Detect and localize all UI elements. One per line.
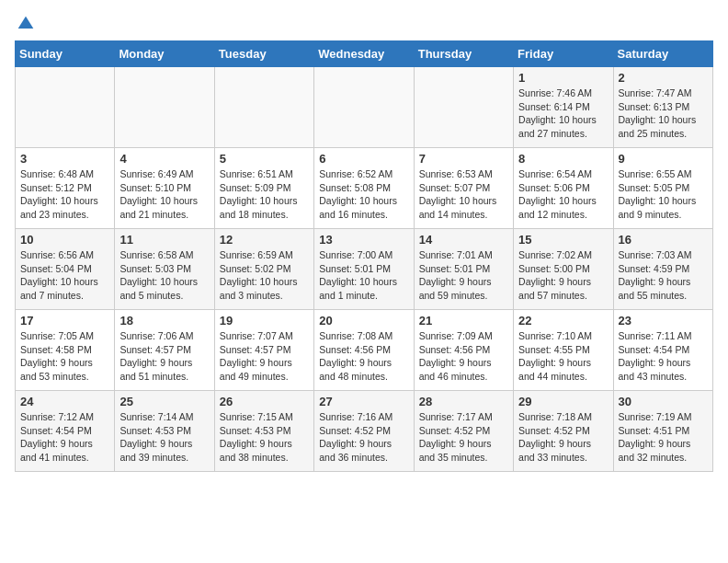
cell-info: Sunrise: 6:58 AMSunset: 5:03 PMDaylight:… xyxy=(119,248,209,303)
day-number: 6 xyxy=(319,152,408,166)
day-number: 5 xyxy=(220,152,309,166)
day-number: 15 xyxy=(518,233,608,247)
calendar-table: SundayMondayTuesdayWednesdayThursdayFrid… xyxy=(15,40,713,472)
cell-info: Sunrise: 7:08 AMSunset: 4:56 PMDaylight:… xyxy=(319,329,408,384)
cell-info: Sunrise: 7:02 AMSunset: 5:00 PMDaylight:… xyxy=(518,248,608,303)
day-number: 27 xyxy=(319,395,408,408)
cell-info: Sunrise: 7:07 AMSunset: 4:57 PMDaylight:… xyxy=(220,329,309,384)
calendar-cell: 29Sunrise: 7:18 AMSunset: 4:52 PMDayligh… xyxy=(514,391,613,472)
weekday-header-sunday: Sunday xyxy=(16,41,115,67)
cell-info: Sunrise: 6:55 AMSunset: 5:05 PMDaylight:… xyxy=(619,167,708,222)
page-header xyxy=(15,15,713,33)
calendar-cell: 13Sunrise: 7:00 AMSunset: 5:01 PMDayligh… xyxy=(314,229,414,310)
cell-info: Sunrise: 7:16 AMSunset: 4:52 PMDaylight:… xyxy=(319,410,408,465)
cell-info: Sunrise: 7:14 AMSunset: 4:53 PMDaylight:… xyxy=(119,410,209,465)
cell-info: Sunrise: 7:12 AMSunset: 4:54 PMDaylight:… xyxy=(20,410,109,465)
cell-info: Sunrise: 7:19 AMSunset: 4:51 PMDaylight:… xyxy=(619,410,708,465)
calendar-cell: 18Sunrise: 7:06 AMSunset: 4:57 PMDayligh… xyxy=(115,310,214,391)
calendar-cell: 10Sunrise: 6:56 AMSunset: 5:04 PMDayligh… xyxy=(16,229,115,310)
cell-info: Sunrise: 6:51 AMSunset: 5:09 PMDaylight:… xyxy=(220,167,309,222)
day-number: 7 xyxy=(419,152,508,166)
weekday-header-monday: Monday xyxy=(115,41,214,67)
cell-info: Sunrise: 7:11 AMSunset: 4:54 PMDaylight:… xyxy=(619,329,708,384)
calendar-cell: 19Sunrise: 7:07 AMSunset: 4:57 PMDayligh… xyxy=(214,310,313,391)
calendar-cell: 15Sunrise: 7:02 AMSunset: 5:00 PMDayligh… xyxy=(514,229,613,310)
logo-icon xyxy=(17,15,35,33)
cell-info: Sunrise: 7:47 AMSunset: 6:13 PMDaylight:… xyxy=(619,86,708,141)
calendar-cell: 3Sunrise: 6:48 AMSunset: 5:12 PMDaylight… xyxy=(16,148,115,229)
calendar-body: 1Sunrise: 7:46 AMSunset: 6:14 PMDaylight… xyxy=(16,67,713,472)
calendar-cell: 5Sunrise: 6:51 AMSunset: 5:09 PMDaylight… xyxy=(214,148,313,229)
cell-info: Sunrise: 7:00 AMSunset: 5:01 PMDaylight:… xyxy=(319,248,408,303)
day-number: 12 xyxy=(220,233,309,247)
cell-info: Sunrise: 6:49 AMSunset: 5:10 PMDaylight:… xyxy=(119,167,209,222)
calendar-cell: 28Sunrise: 7:17 AMSunset: 4:52 PMDayligh… xyxy=(414,391,513,472)
cell-info: Sunrise: 6:52 AMSunset: 5:08 PMDaylight:… xyxy=(319,167,408,222)
cell-info: Sunrise: 7:10 AMSunset: 4:55 PMDaylight:… xyxy=(518,329,608,384)
calendar-cell: 4Sunrise: 6:49 AMSunset: 5:10 PMDaylight… xyxy=(115,148,214,229)
day-number: 26 xyxy=(220,395,309,408)
day-number: 24 xyxy=(20,395,109,408)
day-number: 9 xyxy=(619,152,708,166)
cell-info: Sunrise: 6:59 AMSunset: 5:02 PMDaylight:… xyxy=(220,248,309,303)
calendar-cell xyxy=(16,67,115,148)
calendar-cell: 9Sunrise: 6:55 AMSunset: 5:05 PMDaylight… xyxy=(613,148,712,229)
cell-info: Sunrise: 6:54 AMSunset: 5:06 PMDaylight:… xyxy=(518,167,608,222)
day-number: 1 xyxy=(518,71,608,85)
cell-info: Sunrise: 7:09 AMSunset: 4:56 PMDaylight:… xyxy=(419,329,508,384)
cell-info: Sunrise: 7:06 AMSunset: 4:57 PMDaylight:… xyxy=(119,329,209,384)
cell-info: Sunrise: 7:01 AMSunset: 5:01 PMDaylight:… xyxy=(419,248,508,303)
calendar-cell: 11Sunrise: 6:58 AMSunset: 5:03 PMDayligh… xyxy=(115,229,214,310)
cell-info: Sunrise: 7:46 AMSunset: 6:14 PMDaylight:… xyxy=(518,86,608,141)
calendar-cell: 17Sunrise: 7:05 AMSunset: 4:58 PMDayligh… xyxy=(16,310,115,391)
calendar-cell: 30Sunrise: 7:19 AMSunset: 4:51 PMDayligh… xyxy=(613,391,712,472)
cell-info: Sunrise: 6:56 AMSunset: 5:04 PMDaylight:… xyxy=(20,248,109,303)
day-number: 20 xyxy=(319,314,408,327)
day-number: 30 xyxy=(619,395,708,408)
day-number: 4 xyxy=(119,152,209,166)
calendar-cell: 22Sunrise: 7:10 AMSunset: 4:55 PMDayligh… xyxy=(514,310,613,391)
weekday-header-tuesday: Tuesday xyxy=(214,41,313,67)
calendar-week-row: 17Sunrise: 7:05 AMSunset: 4:58 PMDayligh… xyxy=(16,310,713,391)
day-number: 25 xyxy=(119,395,209,408)
calendar-week-row: 3Sunrise: 6:48 AMSunset: 5:12 PMDaylight… xyxy=(16,148,713,229)
day-number: 11 xyxy=(119,233,209,247)
calendar-cell xyxy=(214,67,313,148)
calendar-cell: 27Sunrise: 7:16 AMSunset: 4:52 PMDayligh… xyxy=(314,391,414,472)
cell-info: Sunrise: 6:48 AMSunset: 5:12 PMDaylight:… xyxy=(20,167,109,222)
calendar-cell: 7Sunrise: 6:53 AMSunset: 5:07 PMDaylight… xyxy=(414,148,513,229)
calendar-cell: 1Sunrise: 7:46 AMSunset: 6:14 PMDaylight… xyxy=(514,67,613,148)
day-number: 10 xyxy=(20,233,109,247)
day-number: 8 xyxy=(518,152,608,166)
weekday-header-wednesday: Wednesday xyxy=(314,41,414,67)
day-number: 21 xyxy=(419,314,508,327)
calendar-cell: 26Sunrise: 7:15 AMSunset: 4:53 PMDayligh… xyxy=(214,391,313,472)
cell-info: Sunrise: 7:05 AMSunset: 4:58 PMDaylight:… xyxy=(20,329,109,384)
cell-info: Sunrise: 6:53 AMSunset: 5:07 PMDaylight:… xyxy=(419,167,508,222)
day-number: 16 xyxy=(619,233,708,247)
weekday-header-row: SundayMondayTuesdayWednesdayThursdayFrid… xyxy=(16,41,713,67)
calendar-cell: 24Sunrise: 7:12 AMSunset: 4:54 PMDayligh… xyxy=(16,391,115,472)
day-number: 13 xyxy=(319,233,408,247)
logo xyxy=(15,15,35,33)
calendar-week-row: 1Sunrise: 7:46 AMSunset: 6:14 PMDaylight… xyxy=(16,67,713,148)
calendar-cell xyxy=(115,67,214,148)
cell-info: Sunrise: 7:15 AMSunset: 4:53 PMDaylight:… xyxy=(220,410,309,465)
calendar-cell: 14Sunrise: 7:01 AMSunset: 5:01 PMDayligh… xyxy=(414,229,513,310)
day-number: 29 xyxy=(518,395,608,408)
day-number: 2 xyxy=(619,71,708,85)
calendar-cell: 20Sunrise: 7:08 AMSunset: 4:56 PMDayligh… xyxy=(314,310,414,391)
calendar-cell: 2Sunrise: 7:47 AMSunset: 6:13 PMDaylight… xyxy=(613,67,712,148)
calendar-week-row: 24Sunrise: 7:12 AMSunset: 4:54 PMDayligh… xyxy=(16,391,713,472)
day-number: 23 xyxy=(619,314,708,327)
day-number: 19 xyxy=(220,314,309,327)
day-number: 3 xyxy=(20,152,109,166)
calendar-cell: 12Sunrise: 6:59 AMSunset: 5:02 PMDayligh… xyxy=(214,229,313,310)
calendar-cell: 8Sunrise: 6:54 AMSunset: 5:06 PMDaylight… xyxy=(514,148,613,229)
day-number: 18 xyxy=(119,314,209,327)
weekday-header-saturday: Saturday xyxy=(613,41,712,67)
calendar-cell xyxy=(414,67,513,148)
cell-info: Sunrise: 7:03 AMSunset: 4:59 PMDaylight:… xyxy=(619,248,708,303)
day-number: 28 xyxy=(419,395,508,408)
day-number: 17 xyxy=(20,314,109,327)
